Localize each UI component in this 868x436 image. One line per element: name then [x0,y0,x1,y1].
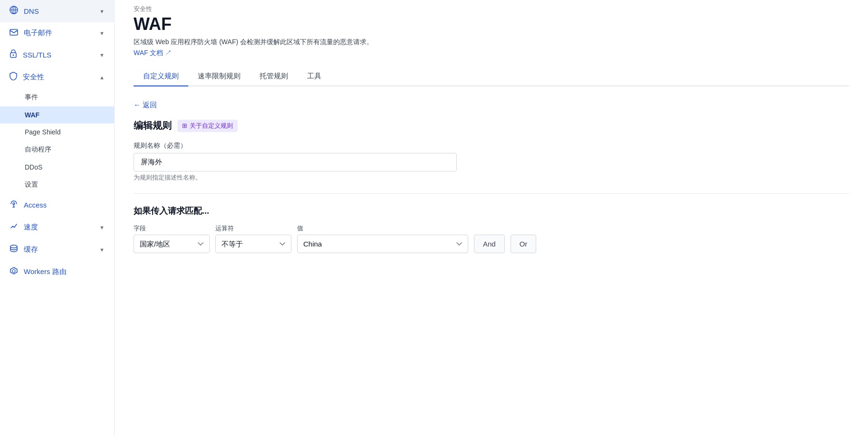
field-column: 字段 国家/地区 IP 地址 URI 主机名 HTTP 方法 [134,224,210,253]
edit-section-title: 编辑规则 [134,119,172,132]
sidebar-speed-label: 速度 [24,223,94,232]
dns-icon [10,6,18,17]
settings-label: 设置 [25,180,38,188]
field-label: 字段 [134,224,210,233]
sidebar-sub-item-events[interactable]: 事件 [0,88,114,106]
ssl-arrow-icon: ▼ [99,52,105,58]
svg-marker-10 [12,269,15,273]
page-super-title: 安全性 [134,5,849,13]
bots-label: 自动程序 [25,145,51,153]
page-description: 区域级 Web 应用程序防火墙 (WAF) 会检测并缓解此区域下所有流量的恶意请… [134,38,849,47]
svg-marker-9 [10,267,17,274]
sidebar-item-access[interactable]: Access [0,194,114,216]
email-icon [10,28,18,38]
speed-icon [10,222,18,233]
rule-name-group: 规则名称（必需） 为规则指定描述性名称。 [134,142,849,182]
main-content: 安全性 WAF 区域级 Web 应用程序防火墙 (WAF) 会检测并缓解此区域下… [115,0,868,436]
tab-tools[interactable]: 工具 [298,67,331,86]
rule-name-input[interactable] [134,153,457,171]
security-icon [10,72,17,83]
tab-rate-limit[interactable]: 速率限制规则 [188,67,250,86]
sidebar-ssl-label: SSL/TLS [23,51,94,59]
page-shield-label: Page Shield [25,128,61,136]
page-title: WAF [134,14,849,34]
sidebar-dns-label: DNS [24,7,94,15]
sidebar-item-speed[interactable]: 速度 ▼ [0,216,114,238]
page-header: 安全性 WAF 区域级 Web 应用程序防火墙 (WAF) 会检测并缓解此区域下… [134,0,849,57]
sidebar-email-label: 电子邮件 [24,28,94,38]
security-arrow-icon: ▲ [99,75,105,80]
field-select[interactable]: 国家/地区 IP 地址 URI 主机名 HTTP 方法 [134,235,210,253]
sidebar-sub-item-settings[interactable]: 设置 [0,176,114,194]
cache-icon [10,244,18,255]
sidebar-sub-item-ddos[interactable]: DDoS [0,159,114,176]
rule-name-label: 规则名称（必需） [134,142,849,150]
tab-custom-rules[interactable]: 自定义规则 [134,67,188,86]
sidebar-item-ssl[interactable]: SSL/TLS ▼ [0,44,114,66]
email-arrow-icon: ▼ [99,30,105,36]
tabs-bar: 自定义规则 速率限制规则 托管规则 工具 [134,67,849,86]
ssl-icon [10,49,17,60]
dns-arrow-icon: ▼ [99,9,105,14]
if-match-title: 如果传入请求匹配... [134,205,849,217]
value-select[interactable]: China United States Japan United Kingdom [297,235,468,253]
svg-rect-4 [10,29,18,35]
sidebar-sub-item-bots[interactable]: 自动程序 [0,141,114,159]
tab-managed[interactable]: 托管规则 [250,67,298,86]
access-icon [10,199,18,210]
value-label: 值 [297,224,468,233]
custom-rule-badge[interactable]: ⊞ 关于自定义规则 [177,120,238,132]
form-divider [134,193,849,194]
or-button[interactable]: Or [511,235,537,253]
speed-arrow-icon: ▼ [99,225,105,230]
rule-name-hint: 为规则指定描述性名称。 [134,173,849,182]
cache-arrow-icon: ▼ [99,247,105,253]
back-link[interactable]: ← 返回 [134,101,157,110]
operator-select[interactable]: 等于 不等于 包含 不包含 [215,235,291,253]
sidebar-sub-item-waf[interactable]: WAF [0,106,114,123]
badge-icon: ⊞ [182,122,187,129]
sidebar-item-cache[interactable]: 缓存 ▼ [0,238,114,261]
waf-doc-link[interactable]: WAF 文档 ↗ [134,49,172,57]
ddos-label: DDoS [25,163,42,171]
sidebar-access-label: Access [24,201,105,209]
sidebar-item-workers[interactable]: Workers 路由 [0,261,114,283]
sidebar-item-security[interactable]: 安全性 ▲ [0,66,114,88]
sidebar-item-dns[interactable]: DNS ▼ [0,0,114,22]
sidebar-sub-item-page-shield[interactable]: Page Shield [0,123,114,141]
sidebar-workers-label: Workers 路由 [24,267,105,276]
sidebar-security-label: 安全性 [23,73,94,82]
svg-point-8 [10,245,17,248]
value-column: 值 China United States Japan United Kingd… [297,224,468,253]
operator-label: 运算符 [215,224,291,233]
svg-point-6 [13,55,14,56]
condition-row: 字段 国家/地区 IP 地址 URI 主机名 HTTP 方法 运算符 等于 不等… [134,224,849,253]
waf-label: WAF [25,111,39,119]
operator-column: 运算符 等于 不等于 包含 不包含 [215,224,291,253]
sidebar-cache-label: 缓存 [24,245,94,254]
badge-label: 关于自定义规则 [190,122,233,130]
and-button[interactable]: And [474,235,505,253]
workers-icon [10,266,18,277]
edit-section-header: 编辑规则 ⊞ 关于自定义规则 [134,119,849,132]
sidebar-item-email[interactable]: 电子邮件 ▼ [0,22,114,44]
sidebar: DNS ▼ 电子邮件 ▼ SSL/TLS ▼ 安全性 ▲ 事件 WAF Page… [0,0,115,436]
events-label: 事件 [25,93,38,101]
